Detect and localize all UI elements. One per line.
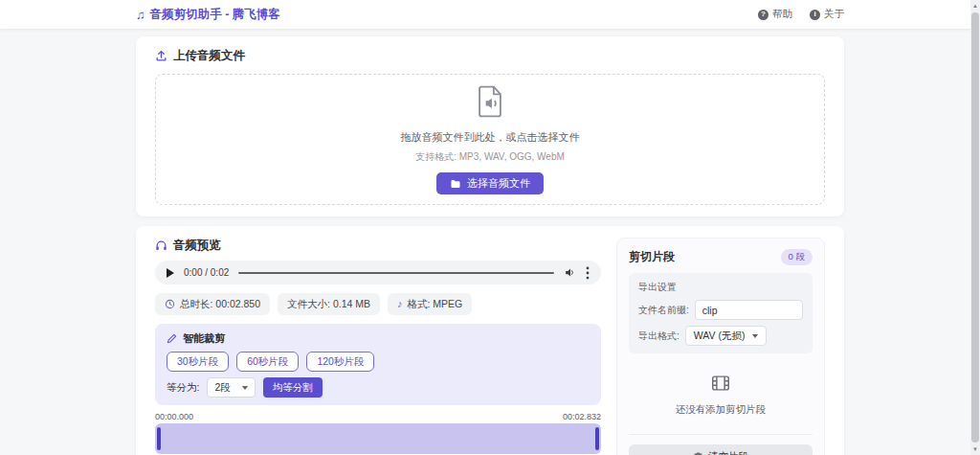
format-chip: ♪ 格式: MPEG: [388, 293, 472, 315]
scroll-up-arrow[interactable]: ▲: [970, 0, 980, 11]
top-nav: ? 帮助 i 关于: [758, 8, 844, 21]
audio-meta-row: 总时长: 00:02.850 文件大小: 0.14 MB ♪ 格式: MPEG: [155, 293, 601, 315]
clips-panel: 剪切片段 0 段 导出设置 文件名前缀: 导出格式: WAV (无损): [616, 238, 825, 455]
format-value: 格式: MPEG: [408, 298, 463, 311]
chevron-down-icon: [242, 386, 248, 390]
preset-120s-button[interactable]: 120秒片段: [306, 352, 374, 372]
split-count-value: 2段: [214, 381, 230, 395]
trash-icon: [693, 451, 703, 455]
format-row: 导出格式: WAV (无损): [638, 326, 803, 346]
timeline-handle-right[interactable]: [595, 427, 599, 450]
export-settings: 导出设置 文件名前缀: 导出格式: WAV (无损): [629, 273, 813, 353]
dropzone-hint: 拖放音频文件到此处，或点击选择文件: [156, 130, 824, 145]
help-label: 帮助: [772, 8, 792, 21]
dropzone-formats: 支持格式: MP3, WAV, OGG, WebM: [156, 150, 824, 164]
chevron-down-icon: [752, 334, 758, 338]
timeline-selection-bar[interactable]: [155, 423, 601, 454]
clips-panel-header: 剪切片段 0 段: [629, 249, 813, 265]
app-title-text: 音频剪切助手 - 腾飞博客: [150, 7, 280, 23]
smart-cut-title-text: 智能裁剪: [183, 331, 225, 346]
filesize-chip: 文件大小: 0.14 MB: [278, 293, 380, 315]
kebab-menu-icon[interactable]: [586, 266, 590, 280]
info-circle-icon: i: [810, 10, 820, 20]
choose-file-button[interactable]: 选择音频文件: [436, 172, 544, 194]
timeline-labels: 00:00.000 00:02.832: [155, 412, 601, 421]
prefix-input[interactable]: [695, 300, 803, 320]
preset-60s-button[interactable]: 60秒片段: [236, 352, 299, 372]
split-count-select[interactable]: 2段: [207, 377, 255, 398]
clips-empty-state: 还没有添加剪切片段: [629, 353, 813, 435]
app-title: ♫ 音频剪切助手 - 腾飞博客: [136, 7, 280, 23]
preview-title-text: 音频预览: [173, 238, 221, 254]
pen-icon: [167, 333, 177, 344]
prefix-label: 文件名前缀:: [638, 304, 689, 317]
preset-30s-button[interactable]: 30秒片段: [167, 352, 229, 372]
about-link[interactable]: i 关于: [810, 8, 844, 21]
clips-count-badge: 0 段: [781, 249, 813, 265]
split-row: 等分为: 2段 均等分割: [167, 377, 590, 398]
top-bar: ♫ 音频剪切助手 - 腾飞博客 ? 帮助 i 关于: [0, 0, 980, 29]
page-scrollbar[interactable]: ▲ ▼: [970, 0, 980, 455]
volume-icon[interactable]: [564, 266, 576, 279]
note-icon: ♪: [397, 299, 403, 309]
duration-value: 总时长: 00:02.850: [180, 298, 260, 311]
upload-title-text: 上传音频文件: [173, 48, 245, 64]
scroll-down-arrow[interactable]: ▼: [970, 444, 980, 455]
duration-chip: 总时长: 00:02.850: [155, 293, 270, 315]
smart-cut-title: 智能裁剪: [167, 331, 590, 346]
export-settings-title: 导出设置: [638, 281, 803, 294]
export-format-value: WAV (无损): [694, 330, 746, 343]
audio-player[interactable]: 0:00 / 0:02: [155, 261, 601, 284]
player-time: 0:00 / 0:02: [184, 267, 229, 278]
play-icon[interactable]: [167, 268, 174, 278]
timeline-start-label: 00:00.000: [155, 412, 193, 421]
help-link[interactable]: ? 帮助: [758, 8, 792, 21]
upload-section: 上传音频文件 拖放音频文件到此处，或点击选择文件 支持格式: MP3, WAV,…: [136, 36, 844, 216]
preset-row: 30秒片段 60秒片段 120秒片段: [167, 352, 590, 372]
smart-cut-panel: 智能裁剪 30秒片段 60秒片段 120秒片段 等分为: 2段 均等分割: [155, 324, 601, 405]
clock-icon: [165, 299, 175, 309]
clips-title: 剪切片段: [629, 249, 675, 265]
upload-icon: [155, 50, 167, 62]
question-circle-icon: ?: [758, 10, 768, 20]
headphones-icon: [155, 239, 167, 252]
timeline-end-label: 00:02.832: [563, 412, 601, 421]
audio-file-icon: [475, 84, 505, 119]
timeline-handle-left[interactable]: [157, 427, 161, 450]
clear-clips-label: 清空片段: [708, 450, 748, 455]
equal-split-button[interactable]: 均等分割: [263, 377, 323, 398]
choose-file-label: 选择音频文件: [467, 176, 530, 191]
filesize-value: 文件大小: 0.14 MB: [287, 298, 370, 311]
audio-preview-section: 音频预览 0:00 / 0:02: [155, 238, 601, 455]
split-label: 等分为:: [167, 381, 199, 395]
clear-clips-button[interactable]: 清空片段: [629, 444, 813, 455]
export-format-label: 导出格式:: [638, 330, 679, 343]
export-format-select[interactable]: WAV (无损): [685, 326, 768, 346]
music-note-icon: ♫: [136, 8, 145, 22]
scrollbar-thumb[interactable]: [971, 12, 979, 443]
about-label: 关于: [824, 8, 844, 21]
film-icon: [710, 373, 731, 394]
upload-section-title: 上传音频文件: [155, 48, 825, 64]
player-progress-bar[interactable]: [238, 272, 554, 274]
preview-section-title: 音频预览: [155, 238, 601, 254]
main-section: 音频预览 0:00 / 0:02: [136, 226, 844, 455]
clips-empty-text: 还没有添加剪切片段: [629, 403, 813, 417]
dropzone[interactable]: 拖放音频文件到此处，或点击选择文件 支持格式: MP3, WAV, OGG, W…: [155, 74, 825, 205]
prefix-row: 文件名前缀:: [638, 300, 803, 320]
folder-icon: [450, 178, 461, 190]
